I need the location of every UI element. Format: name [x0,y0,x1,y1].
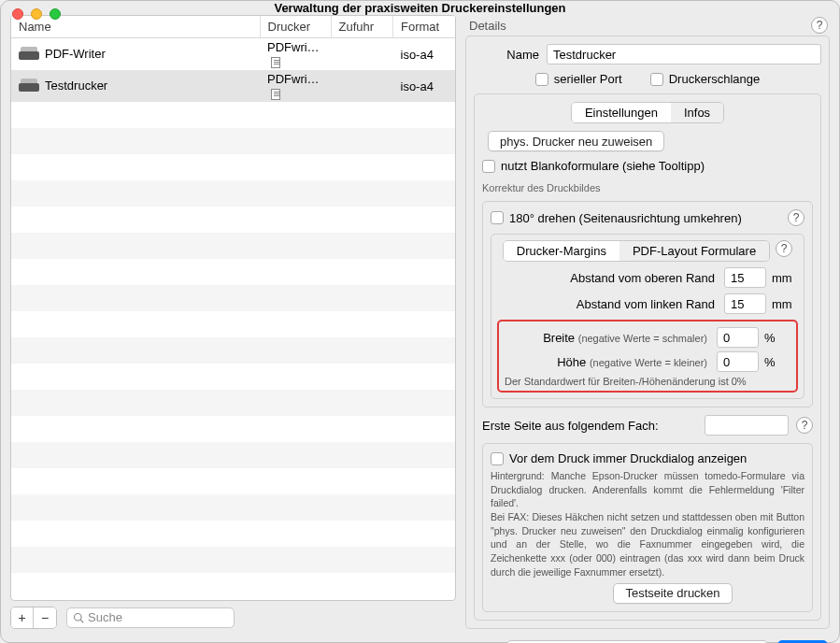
margin-tabs: Drucker-Margins PDF-Layout Formulare [503,240,770,262]
help-button[interactable]: ? [811,17,828,34]
blanko-checkbox[interactable]: nutzt Blankoformulare (siehe Tooltipp) [482,159,813,173]
close-icon[interactable] [12,8,23,20]
unit-pct: % [764,331,790,345]
unit-mm: mm [772,271,798,285]
window: Verwaltung der praxisweiten Druckereinst… [0,0,840,643]
left-margin-label: Abstand vom linken Rand [497,297,719,311]
unit-pct: % [764,355,790,369]
printer-icon [19,79,39,93]
top-margin-label: Abstand vom oberen Rand [497,271,719,285]
printer-table[interactable]: Name Drucker Zufuhr Format PDF-Writer PD… [10,15,456,601]
row-name: Testdrucker [45,79,107,93]
svg-line-1 [80,620,83,622]
table-row[interactable]: PDF-Writer PDFwri… iso-a4 [11,38,455,71]
details-header: Details [469,19,506,33]
phys-drucker-button[interactable]: phys. Drucker neu zuweisen [488,131,664,151]
zoom-icon[interactable] [50,8,61,20]
size-correction-box: Breite (negative Werte = schmaler) % Höh… [497,320,798,393]
first-page-field[interactable] [705,415,789,436]
table-row[interactable]: Testdrucker PDFwri… iso-a4 [11,70,455,102]
page-icon [271,89,280,100]
serial-port-checkbox[interactable]: serieller Port [535,72,622,86]
traffic-lights [12,8,61,20]
hoehe-label: Höhe [557,355,586,369]
row-format: iso-a4 [393,38,456,71]
korrektur-title: Korrektur des Druckbildes [482,182,813,193]
col-format[interactable]: Format [393,16,456,38]
breite-hint: (negative Werte = schmaler) [578,333,707,344]
row-drucker: PDFwri… [267,40,320,54]
tab-pdf-layout[interactable]: PDF-Layout Formulare [619,241,769,261]
remove-button[interactable]: − [34,607,56,628]
search-icon [73,612,84,623]
hint-text: Hintergrund: Manche Epson-Drucker müssen… [491,469,804,579]
svg-point-0 [75,613,82,621]
unit-mm: mm [772,297,798,311]
search-placeholder: Suche [88,610,122,624]
printer-icon [19,47,39,62]
ok-button[interactable]: OK [777,640,828,644]
always-dialog-checkbox[interactable]: Vor dem Druck immer Druckdialog anzeigen [491,451,804,465]
name-label: Name [474,48,539,62]
details-pane: Details ? Name serieller Port Druckersch… [465,15,830,629]
help-first-page[interactable]: ? [796,417,813,434]
std-hint: Der Standardwert für Breiten-/Höhenänder… [505,376,790,387]
row-zufuhr [331,70,393,102]
druckerschlange-checkbox[interactable]: Druckerschlange [650,72,761,86]
add-button[interactable]: + [11,607,34,628]
row-format: iso-a4 [393,70,456,102]
top-margin-field[interactable] [724,267,766,288]
first-page-label: Erste Seite aus folgendem Fach: [482,419,697,433]
main-tabs: Einstellungen Infos [571,102,724,123]
col-zufuhr[interactable]: Zufuhr [331,16,393,38]
window-title: Verwaltung der praxisweiten Druckereinst… [10,1,830,15]
minimize-icon[interactable] [31,8,42,20]
left-margin-field[interactable] [724,293,766,314]
tab-einstellungen[interactable]: Einstellungen [572,103,671,122]
druckprofile-button[interactable]: Druckprofile praxisweit konfigurieren… [506,640,768,644]
col-drucker[interactable]: Drucker [260,16,331,38]
testseite-button[interactable]: Testseite drucken [613,583,732,604]
row-drucker: PDFwri… [267,72,320,86]
breite-label: Breite [543,331,575,345]
row-zufuhr [331,38,393,71]
add-remove-segment: + − [10,607,57,629]
row-name: PDF-Writer [45,47,106,61]
name-field[interactable] [547,44,821,64]
titlebar: Verwaltung der praxisweiten Druckereinst… [1,1,839,15]
hoehe-hint: (negative Werte = kleiner) [590,357,707,368]
tab-drucker-margins[interactable]: Drucker-Margins [504,241,619,261]
page-icon [271,57,280,68]
rotate-checkbox[interactable]: 180° drehen (Seitenausrichtung umkehren) [491,211,742,225]
search-input[interactable]: Suche [66,607,235,628]
breite-field[interactable] [717,327,759,348]
printer-list-pane: Name Drucker Zufuhr Format PDF-Writer PD… [10,15,456,629]
help-margins[interactable]: ? [776,240,792,257]
hoehe-field[interactable] [717,351,759,372]
help-rotate[interactable]: ? [788,209,804,226]
tab-infos[interactable]: Infos [671,103,723,122]
